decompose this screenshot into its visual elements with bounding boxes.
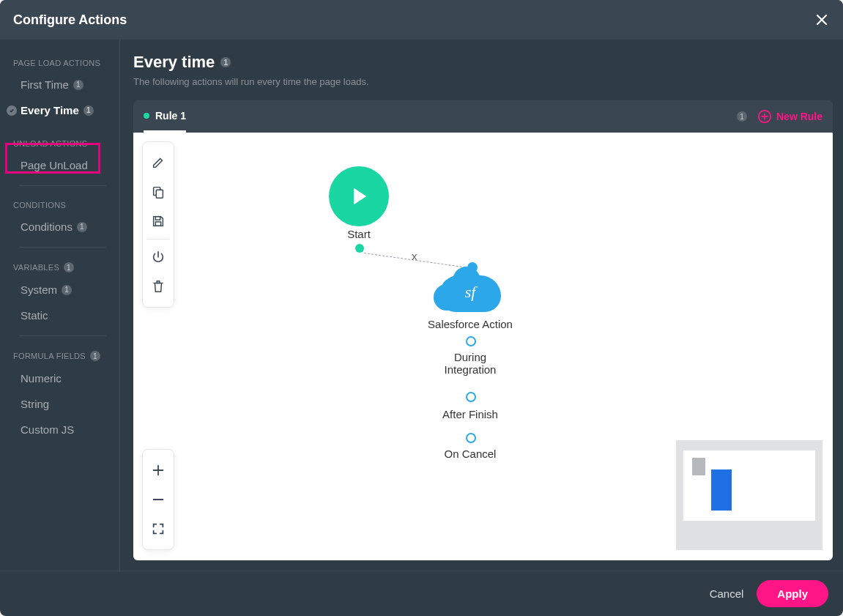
count-badge: 1	[77, 222, 87, 232]
divider	[19, 335, 106, 336]
minimap-node	[692, 458, 705, 475]
new-rule-label: New Rule	[776, 111, 822, 122]
count-badge: 1	[83, 105, 94, 116]
count-badge: 1	[90, 351, 100, 361]
sidebar-item-label: Every Time	[21, 104, 79, 116]
edit-icon[interactable]	[145, 148, 171, 177]
status-dot-icon	[144, 113, 149, 119]
count-badge: 1	[64, 262, 74, 272]
close-icon[interactable]	[814, 12, 830, 28]
sidebar-item-label: System	[21, 283, 57, 296]
sidebar-item-page-unload[interactable]: Page UnLoad	[0, 152, 119, 178]
tab-label: Rule 1	[155, 110, 186, 122]
flow-canvas[interactable]: Start x sf Salesforce Action DuringInteg…	[133, 133, 833, 560]
cancel-button[interactable]: Cancel	[710, 587, 744, 600]
sidebar-item-label: String	[21, 398, 49, 410]
apply-button[interactable]: Apply	[757, 580, 828, 607]
sidebar-item-label: Numeric	[21, 372, 62, 385]
sidebar-item-label: Conditions	[21, 220, 73, 233]
save-icon[interactable]	[145, 207, 171, 236]
sidebar-group-formula: FORMULA FIELDS 1	[0, 346, 119, 365]
start-node[interactable]	[329, 166, 389, 226]
zoom-in-icon[interactable]	[145, 456, 171, 485]
fullscreen-icon[interactable]	[145, 514, 171, 543]
count-badge: 1	[73, 80, 83, 90]
sidebar-group-conditions: CONDITIONS	[0, 196, 119, 214]
page-subtitle: The following actions will run every tim…	[133, 76, 833, 87]
sidebar: PAGE LOAD ACTIONS First Time 1 Every Tim…	[0, 40, 120, 571]
tab-rule-1[interactable]: Rule 1	[144, 100, 186, 133]
sidebar-item-first-time[interactable]: First Time 1	[0, 72, 119, 97]
slot-label-after-finish: After Finish	[425, 408, 516, 420]
modal-title: Configure Actions	[13, 12, 127, 28]
zoom-out-icon[interactable]	[145, 485, 171, 514]
sidebar-item-label: Custom JS	[21, 423, 74, 436]
sidebar-item-label: First Time	[21, 78, 69, 91]
port-after-finish[interactable]	[466, 392, 476, 402]
minimap-node	[711, 470, 732, 511]
sidebar-item-label: Page UnLoad	[21, 159, 88, 171]
sidebar-group-unload: UNLOAD ACTIONS	[0, 135, 119, 152]
new-rule-button[interactable]: New Rule	[757, 109, 822, 124]
edge-delete-icon[interactable]: x	[412, 250, 417, 262]
start-node-label: Start	[329, 228, 389, 240]
svg-rect-2	[156, 190, 163, 198]
minimap-viewport	[683, 450, 815, 521]
check-icon	[7, 105, 17, 116]
rules-tab-bar: Rule 1 1 New Rule	[133, 100, 833, 133]
start-output-port[interactable]	[355, 244, 364, 253]
minimap[interactable]	[676, 440, 822, 550]
sidebar-item-system[interactable]: System 1	[0, 277, 119, 303]
flow-edge[interactable]	[364, 253, 473, 269]
sidebar-item-static[interactable]: Static	[0, 303, 119, 328]
divider	[19, 185, 106, 186]
sidebar-item-label: Static	[21, 309, 48, 322]
sidebar-item-custom-js[interactable]: Custom JS	[0, 417, 119, 442]
count-badge: 1	[737, 111, 747, 122]
port-on-cancel[interactable]	[466, 433, 476, 443]
main-panel: Every time 1 The following actions will …	[120, 40, 843, 571]
page-title: Every time 1	[133, 53, 833, 72]
modal-header: Configure Actions	[0, 0, 843, 40]
svg-rect-3	[155, 217, 160, 220]
slot-label-on-cancel: On Cancel	[425, 448, 516, 460]
count-badge: 1	[220, 57, 231, 67]
port-during-integration[interactable]	[466, 336, 476, 346]
copy-icon[interactable]	[145, 177, 171, 207]
trash-icon[interactable]	[145, 272, 171, 301]
slot-label-during-integration: DuringIntegration	[425, 351, 516, 376]
svg-rect-4	[155, 222, 160, 226]
salesforce-node-label: Salesforce Action	[425, 318, 516, 330]
sidebar-group-page-load: PAGE LOAD ACTIONS	[0, 54, 119, 72]
sidebar-item-string[interactable]: String	[0, 391, 119, 417]
sidebar-item-every-time[interactable]: Every Time 1	[0, 97, 119, 123]
sidebar-item-numeric[interactable]: Numeric	[0, 365, 119, 391]
configure-actions-modal: Configure Actions PAGE LOAD ACTIONS Firs…	[0, 0, 843, 616]
zoom-toolbar	[142, 449, 174, 550]
divider	[19, 247, 106, 248]
salesforce-icon: sf	[439, 283, 501, 302]
sidebar-group-variables: VARIABLES 1	[0, 258, 119, 277]
modal-footer: Cancel Apply	[0, 571, 843, 616]
count-badge: 1	[62, 285, 72, 295]
canvas-toolbar	[142, 141, 174, 308]
power-icon[interactable]	[145, 242, 171, 272]
sidebar-item-conditions[interactable]: Conditions 1	[0, 214, 119, 240]
